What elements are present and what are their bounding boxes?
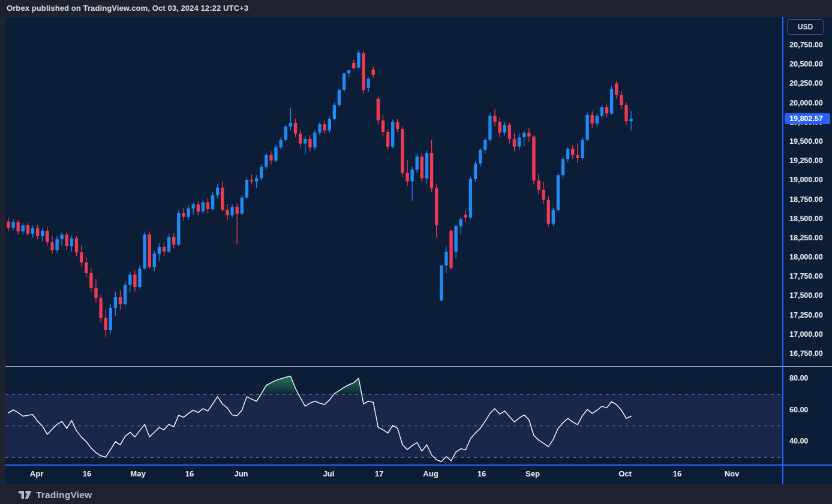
candle-body (197, 204, 200, 212)
candle-body (221, 188, 224, 210)
candle-body (444, 252, 447, 265)
pane-separator[interactable] (5, 366, 832, 367)
candle-body (46, 231, 49, 242)
price-axis-label: 17,250.00 (789, 311, 823, 319)
rsi-axis-label: 40.00 (789, 437, 808, 445)
price-axis[interactable]: USD 20,750.0020,500.0020,250.0020,000.00… (783, 17, 832, 465)
candle-body (508, 125, 511, 139)
candle-body (401, 129, 404, 173)
time-axis-label: Aug (423, 469, 438, 478)
price-axis-label: 16,750.00 (789, 349, 823, 358)
pane-top-border (5, 17, 832, 17)
candle-body (80, 252, 83, 262)
candle-body (488, 116, 491, 140)
time-axis-label: 16 (83, 469, 91, 478)
price-axis-label: 20,750.00 (789, 41, 823, 49)
time-axis-label: 16 (673, 469, 681, 478)
candle-body (527, 133, 530, 137)
candle-body (31, 228, 34, 234)
candle-body (518, 137, 521, 146)
candle-body (89, 273, 92, 288)
time-axis-label: 16 (477, 469, 486, 478)
candle-body (391, 122, 394, 147)
candle-body (153, 254, 156, 267)
candle-body (435, 188, 438, 225)
time-axis-label: Jun (234, 469, 248, 478)
candle-body (596, 116, 599, 123)
candle-body (124, 285, 127, 304)
price-axis-label: 20,000.00 (789, 99, 823, 107)
candle-body (299, 134, 302, 144)
candle-body (532, 137, 535, 180)
candle-body (172, 237, 175, 245)
left-margin-strip (0, 17, 5, 484)
candle-body (566, 149, 569, 159)
candle-body (192, 204, 195, 208)
time-axis[interactable]: Apr16May16JunJul17Aug16SepOct16Nov (5, 466, 783, 484)
candle-body (104, 318, 107, 331)
candle-body (367, 79, 370, 87)
candle-body (260, 167, 263, 178)
candle-body (241, 198, 244, 214)
candle-body (396, 122, 399, 129)
rsi-pane-canvas[interactable] (5, 367, 783, 465)
footer-bar: TradingView (0, 484, 832, 504)
price-axis-label: 19,000.00 (789, 176, 823, 184)
candle-body (600, 107, 603, 116)
candle-body (328, 119, 331, 130)
candle-body (11, 222, 14, 228)
time-axis-label: May (130, 469, 145, 478)
candle-body (211, 195, 214, 209)
candle-body (430, 153, 433, 188)
candle-body (605, 107, 608, 113)
time-axis-label: Jul (323, 469, 335, 478)
tradingview-logo-icon (19, 491, 32, 499)
candle-body (304, 139, 307, 144)
candle-body (245, 180, 248, 198)
candle-body (464, 215, 467, 218)
attribution-text: Orbex published on TradingView.com, Oct … (7, 0, 248, 17)
candle-body (294, 123, 297, 134)
candle-body (323, 124, 326, 130)
candle-body (410, 170, 413, 181)
rsi-axis-label: 60.00 (789, 406, 808, 414)
currency-button[interactable]: USD (787, 19, 824, 35)
candle-body (289, 123, 292, 126)
candle-body (226, 210, 229, 215)
tradingview-logo[interactable]: TradingView (19, 490, 92, 500)
candle-body (61, 234, 64, 239)
candle-body (70, 239, 73, 246)
candle-body (143, 234, 146, 268)
candle-body (571, 149, 574, 155)
candle-body (615, 83, 618, 95)
candle-body (236, 207, 239, 214)
candle-body (386, 132, 389, 147)
price-axis-label: 20,500.00 (789, 60, 823, 68)
candle-body (382, 120, 385, 132)
candle-body (542, 190, 545, 200)
time-axis-label: Oct (618, 469, 632, 478)
candle-body (347, 70, 350, 73)
candle-body (158, 247, 161, 254)
candle-body (420, 156, 423, 178)
price-axis-label: 18,250.00 (789, 234, 823, 242)
candle-body (547, 200, 550, 224)
candle-body (7, 222, 10, 228)
candle-body (75, 239, 78, 252)
rsi-overbought-fill (334, 378, 362, 394)
price-pane-canvas[interactable] (5, 17, 783, 366)
candle-body (493, 116, 496, 122)
candle-body (206, 202, 209, 209)
time-axis-label: 16 (185, 469, 194, 478)
candle-body (114, 297, 117, 308)
candle-body (620, 95, 623, 105)
candle-body (255, 179, 258, 182)
candle-body (265, 155, 268, 167)
price-axis-label: 18,500.00 (789, 215, 823, 223)
candle-body (230, 207, 233, 215)
candle-body (284, 126, 287, 140)
candle-body (624, 105, 627, 121)
candle-body (17, 222, 20, 231)
candle-body (377, 99, 380, 120)
price-axis-label: 20,250.00 (789, 79, 823, 87)
